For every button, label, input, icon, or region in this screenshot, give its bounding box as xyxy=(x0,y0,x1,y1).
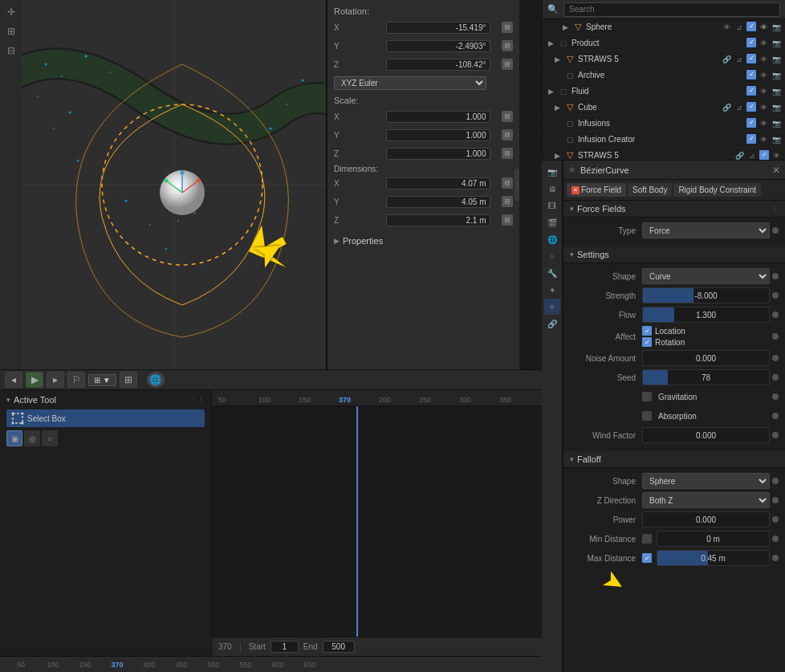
shape-select[interactable]: Curve Surface xyxy=(642,268,770,284)
dim-y-chain-btn[interactable]: ⛓ xyxy=(502,196,513,207)
scene-props-icon[interactable]: 🎬 xyxy=(544,214,560,230)
physics-props-icon[interactable]: ⚛ xyxy=(544,299,560,315)
infusions-enable-checkbox[interactable]: ✓ xyxy=(746,118,756,128)
modifier-props-icon[interactable]: 🔧 xyxy=(544,265,560,281)
timeline-btn-back[interactable]: ◂ xyxy=(5,372,22,388)
scale-y-input[interactable] xyxy=(386,129,490,141)
product-enable-checkbox[interactable]: ✓ xyxy=(746,38,756,47)
power-slider[interactable]: 0.000 xyxy=(642,511,770,527)
rotation-y-input[interactable] xyxy=(386,40,490,52)
sphere-visibility-icon[interactable]: 👁 xyxy=(721,22,732,33)
force-fields-menu-icon[interactable]: ⋮ xyxy=(771,205,779,213)
dim-x-input[interactable] xyxy=(386,177,490,189)
props-editor-close-btn[interactable]: ✕ xyxy=(772,165,780,176)
tab-rigid-body-constraint[interactable]: Rigid Body Constraint xyxy=(673,183,761,197)
dim-z-input[interactable] xyxy=(386,214,490,226)
outliner-item-product[interactable]: ▶ □ Product ✓ 👁 📷 xyxy=(543,35,785,51)
straws5-2-link-icon[interactable]: 🔗 xyxy=(734,150,745,161)
max-distance-slider[interactable]: 0.45 m xyxy=(657,550,770,566)
scale-y-chain-btn[interactable]: ⛓ xyxy=(502,129,513,141)
ic-eye-btn[interactable]: 👁 xyxy=(758,134,769,145)
force-fields-section-header[interactable]: ▾ Force Fields ⋮ xyxy=(563,201,785,218)
properties-section-toggle[interactable]: ▶ Properties xyxy=(334,236,513,246)
outliner-item-straws5-2[interactable]: ▶ ▽ STRAWS 5 🔗 ⊿ ✓ 👁 xyxy=(543,148,785,161)
search-input[interactable] xyxy=(563,2,780,17)
scale-z-chain-btn[interactable]: ⛓ xyxy=(502,148,513,159)
gravitation-checkbox[interactable] xyxy=(642,392,652,401)
grid-view-icon[interactable]: ⊟ xyxy=(2,42,20,59)
tab-force-field[interactable]: ✕ Force Field xyxy=(567,183,626,197)
select-type-dropdown[interactable]: ⊞ ▼ xyxy=(88,374,116,386)
tab-soft-body[interactable]: Soft Body xyxy=(628,183,672,197)
infusions-eye-btn[interactable]: 👁 xyxy=(758,118,769,129)
timeline-btn-play[interactable]: ▶ xyxy=(26,372,43,388)
straws5-link-icon[interactable]: 🔗 xyxy=(721,54,732,65)
sphere-eye-btn[interactable]: 👁 xyxy=(758,22,769,33)
absorption-checkbox[interactable] xyxy=(642,411,652,421)
view-layer-props-icon[interactable]: 🎞 xyxy=(544,198,560,214)
straws5-filter-icon[interactable]: ⊿ xyxy=(734,54,745,65)
scale-x-input[interactable] xyxy=(386,111,490,123)
tool-circle-icon[interactable]: ○ xyxy=(42,430,58,446)
noise-amount-slider[interactable]: 0.000 xyxy=(642,350,770,366)
output-props-icon[interactable]: 🖥 xyxy=(544,181,560,197)
outliner-item-archive[interactable]: □ Archive ✓ 👁 📷 xyxy=(543,67,785,83)
end-frame-input[interactable] xyxy=(323,641,355,653)
outliner-item-fluid[interactable]: ▶ □ Fluid ✓ 👁 📷 xyxy=(543,83,785,100)
straws5-eye-btn[interactable]: 👁 xyxy=(758,54,769,65)
rotation-z-input[interactable] xyxy=(386,59,490,71)
tool-select-icon[interactable]: ▣ xyxy=(6,430,22,446)
product-camera-btn[interactable]: 📷 xyxy=(771,38,782,49)
type-select[interactable]: Force Wind Vortex xyxy=(642,222,770,238)
straws5-enable-checkbox[interactable]: ✓ xyxy=(746,54,756,63)
dim-y-input[interactable] xyxy=(386,196,490,208)
affect-location-checkbox[interactable]: ✓ xyxy=(642,326,652,336)
constraints-props-icon[interactable]: 🔗 xyxy=(544,316,560,332)
product-eye-btn[interactable]: 👁 xyxy=(758,38,769,49)
rotation-z-chain-btn[interactable]: ⛓ xyxy=(502,59,513,70)
timeline-btn-fwd[interactable]: ▸ xyxy=(47,372,64,388)
cube-enable-checkbox[interactable]: ✓ xyxy=(746,102,756,112)
settings-section-header[interactable]: ▾ Settings xyxy=(563,246,785,263)
particles-props-icon[interactable]: ✦ xyxy=(544,282,560,298)
dim-x-chain-btn[interactable]: ⛓ xyxy=(502,177,513,189)
strength-slider[interactable]: -8.000 xyxy=(642,287,770,303)
flow-slider[interactable]: 1.300 xyxy=(642,307,770,323)
straws5-camera-btn[interactable]: 📷 xyxy=(771,54,782,65)
outliner-item-infusions[interactable]: □ Infusions ✓ 👁 📷 xyxy=(543,116,785,132)
affect-rotation-checkbox[interactable]: ✓ xyxy=(642,337,652,347)
timeline-btn-marker[interactable]: ⚐ xyxy=(67,372,85,388)
viewport-3d[interactable]: ➤ xyxy=(22,0,327,369)
straws5-2-eye-btn[interactable]: 👁 xyxy=(771,150,782,161)
sphere-filter-icon[interactable]: ⊿ xyxy=(734,22,745,33)
select-box-btn[interactable]: Select Box xyxy=(6,409,205,427)
active-tool-menu-btn[interactable]: ⋮⋮ xyxy=(190,396,205,404)
timeline-grid-btn[interactable]: ⊞ xyxy=(120,372,137,388)
globe-view-btn[interactable]: 🌐 xyxy=(147,372,165,388)
outliner-item-cube[interactable]: ▶ ▽ Cube 🔗 ⊿ ✓ 👁 📷 xyxy=(543,100,785,116)
tool-lasso-icon[interactable]: ◎ xyxy=(24,430,40,446)
fluid-camera-btn[interactable]: 📷 xyxy=(771,86,782,97)
ic-camera-btn[interactable]: 📷 xyxy=(771,134,782,145)
min-distance-checkbox[interactable] xyxy=(642,534,652,544)
straws5-2-enable-checkbox[interactable]: ✓ xyxy=(759,150,769,160)
world-props-icon[interactable]: 🌐 xyxy=(544,231,560,247)
outliner-item-straws5[interactable]: ▶ ▽ STRAWS 5 🔗 ⊿ ✓ 👁 📷 xyxy=(543,51,785,67)
min-distance-slider[interactable]: 0 m xyxy=(657,531,770,547)
cube-filter-icon[interactable]: ⊿ xyxy=(734,102,745,113)
falloff-section-header[interactable]: ▾ Falloff xyxy=(563,451,785,468)
render-region-icon[interactable]: ⊞ xyxy=(2,22,20,40)
start-frame-input[interactable] xyxy=(270,641,299,653)
cube-camera-btn[interactable]: 📷 xyxy=(771,102,782,113)
wind-factor-slider[interactable]: 0.000 xyxy=(642,427,770,443)
outliner-item-sphere[interactable]: ▶ ▽ Sphere 👁 ⊿ ✓ 👁 📷 xyxy=(543,19,785,35)
rotation-x-input[interactable] xyxy=(386,22,490,34)
sphere-camera-btn[interactable]: 📷 xyxy=(771,22,782,33)
cursor-tool-icon[interactable]: ✛ xyxy=(2,3,20,21)
archive-eye-btn[interactable]: 👁 xyxy=(758,70,769,81)
ic-enable-checkbox[interactable]: ✓ xyxy=(746,134,756,144)
fluid-enable-checkbox[interactable]: ✓ xyxy=(746,86,756,96)
cube-eye-btn[interactable]: 👁 xyxy=(758,102,769,113)
render-props-icon[interactable]: 📷 xyxy=(544,164,560,180)
infusions-camera-btn[interactable]: 📷 xyxy=(771,118,782,129)
